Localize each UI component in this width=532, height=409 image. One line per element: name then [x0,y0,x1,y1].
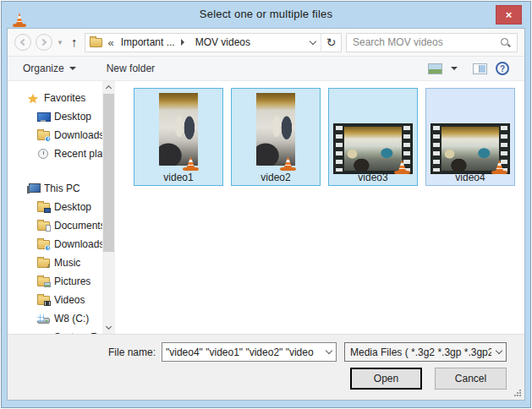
chevron-down-icon [325,347,332,354]
sidebar-item-downloads[interactable]: Downloads [8,126,102,145]
preview-pane-icon[interactable] [473,63,487,74]
forward-button[interactable] [36,34,52,51]
video-thumbnail [256,93,295,166]
refresh-button[interactable]: ↻ [321,33,341,52]
file-name-label: video1 [134,172,222,183]
sidebar-item-pc-desktop[interactable]: Desktop [8,198,102,216]
scroll-up-button[interactable] [102,81,115,93]
address-bar[interactable]: « Important ... MOV videos ↻ [85,33,342,52]
navigation-pane: ★ Favorites Desktop Downloads Recent pla… [8,81,102,334]
address-dropdown-button[interactable] [305,35,321,50]
command-toolbar: Organize New folder ? [8,57,524,81]
organize-label: Organize [23,63,64,74]
vlc-cone-icon [491,160,507,174]
file-type-select[interactable]: Media Files ( *.3g2 *.3gp *.3gp2 [344,342,507,362]
file-type-value: Media Files ( *.3g2 *.3gp *.3gp2 [350,346,491,358]
file-tile-video4[interactable]: video4 [425,88,515,186]
vlc-cone-icon [394,160,410,174]
file-name-input[interactable] [162,346,321,358]
content-area: ★ Favorites Desktop Downloads Recent pla… [8,81,524,334]
chevron-up-icon [106,85,112,91]
sidebar-scrollbar[interactable] [102,81,115,334]
file-tile-video3[interactable]: video3 [328,88,418,186]
scroll-down-button[interactable] [102,322,115,334]
search-box [346,33,518,52]
close-button[interactable]: × [496,5,522,25]
sidebar-item-videos[interactable]: Videos [8,291,102,309]
organize-menu-button[interactable]: Organize [23,63,76,74]
new-folder-button[interactable]: New folder [107,63,155,74]
chevron-down-icon [495,347,502,354]
recent-locations-dropdown[interactable]: ▼ [57,39,63,46]
pictures-folder-icon [36,275,50,287]
file-tile-video2[interactable]: video2 [231,88,321,186]
videos-folder-icon [36,294,50,306]
search-input[interactable] [353,36,500,48]
sidebar-group-this-pc[interactable]: This PC [8,179,102,198]
change-view-icon[interactable] [428,63,442,74]
sidebar-item-w8-c-drive[interactable]: W8 (C:) [8,309,102,328]
sidebar-item-recent-places[interactable]: Recent places [8,145,102,163]
breadcrumb-overflow[interactable]: « [107,36,113,49]
dialog-title: Select one or multiple files [2,8,530,20]
file-list: video1 video2 video3 [115,81,524,334]
search-icon[interactable] [500,37,511,48]
chevron-left-icon [20,39,27,46]
documents-folder-icon [36,220,50,232]
dialog-client-area: ▼ ↑ « Important ... MOV videos ↻ Organiz… [7,28,525,401]
file-name-label: File name: [8,346,162,358]
sidebar-item-system-reserved[interactable]: System Res [8,328,102,334]
toolbar-right-icons: ? [428,62,509,75]
cancel-button[interactable]: Cancel [435,368,507,390]
vlc-cone-icon [183,156,199,171]
file-name-combobox [162,342,337,362]
sidebar-item-documents[interactable]: Documents [8,216,102,235]
video-thumbnail [159,93,198,166]
titlebar[interactable]: Select one or multiple files × [2,2,530,28]
file-name-row: File name: Media Files ( *.3g2 *.3gp *.3… [8,342,509,362]
folder-icon [90,38,102,47]
sidebar-item-pictures[interactable]: Pictures [8,272,102,291]
downloads-folder-icon [36,238,50,250]
resize-grip[interactable] [513,389,522,397]
open-button[interactable]: Open [350,368,422,390]
navigation-bar: ▼ ↑ « Important ... MOV videos ↻ [8,29,524,57]
chevron-down-icon [310,38,316,45]
file-tile-video1[interactable]: video1 [134,88,223,186]
breadcrumb-parent[interactable]: Important ... [121,36,175,48]
chevron-down-icon [69,67,76,70]
sidebar-item-music[interactable]: ♪ Music [8,254,102,272]
dialog-footer: File name: Media Files ( *.3g2 *.3gp *.3… [8,334,524,400]
up-one-level-button[interactable]: ↑ [71,35,78,49]
vlc-cone-icon [280,156,296,171]
back-button[interactable] [14,34,31,51]
sidebar-item-pc-downloads[interactable]: Downloads [8,235,102,254]
help-icon[interactable]: ? [496,62,509,75]
downloads-folder-icon [36,129,50,141]
star-icon: ★ [26,92,40,104]
sidebar-group-favorites[interactable]: ★ Favorites [8,89,102,107]
file-name-label: video2 [232,172,320,183]
file-name-dropdown-button[interactable] [321,348,336,356]
desktop-folder-icon [36,201,50,213]
scrollbar-thumb[interactable] [103,94,114,252]
windows-drive-icon [36,313,50,324]
desktop-monitor-icon [36,111,50,123]
dialog-window: Select one or multiple files × ▼ ↑ « Imp… [1,1,531,408]
breadcrumb-separator-icon [181,39,184,46]
music-folder-icon: ♪ [36,257,50,269]
chevron-right-icon [40,39,47,46]
file-type-dropdown-button[interactable] [491,348,506,356]
chevron-down-icon [106,324,112,330]
breadcrumb-current[interactable]: MOV videos [195,36,250,48]
view-options-dropdown[interactable] [451,67,458,70]
recent-places-icon [36,148,50,160]
computer-icon [26,183,40,194]
sidebar-item-desktop[interactable]: Desktop [8,107,102,126]
dialog-buttons: Open Cancel [350,368,507,390]
